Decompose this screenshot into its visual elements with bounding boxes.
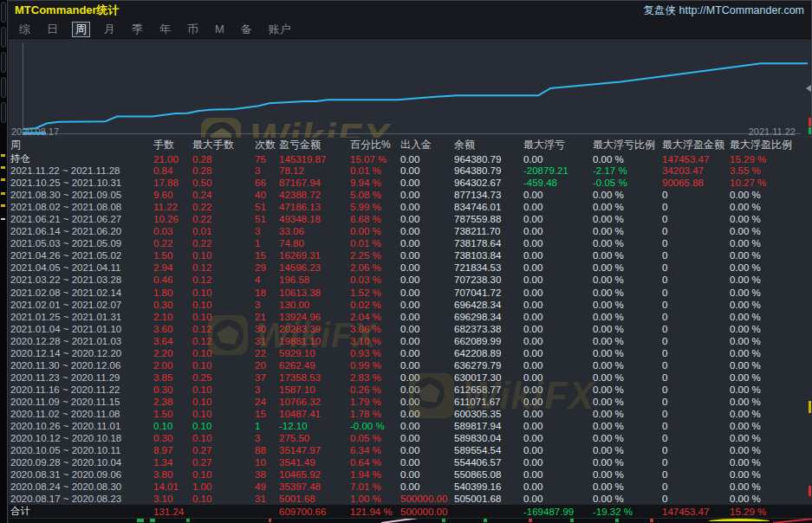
cell-8: 0.00 xyxy=(523,494,593,504)
table-row[interactable]: 持仓21.000.2875145319.8715.07 %0.00964380.… xyxy=(9,152,812,165)
scroll-arrow-icon[interactable] xyxy=(806,85,811,92)
table-row[interactable]: 2020.11.09 ~ 2020.11.152.380.102410766.3… xyxy=(9,396,812,408)
column-header-0[interactable]: 周 xyxy=(10,138,153,152)
cell-2: 0.10 xyxy=(192,287,255,298)
table-row[interactable]: 2020.08.31 ~ 2020.09.063.800.103810465.9… xyxy=(9,468,812,481)
cell-4: 42388.72 xyxy=(279,190,350,200)
menu-item-M[interactable]: M xyxy=(212,23,227,36)
cell-6: 500000.00 xyxy=(400,494,454,504)
brand-link[interactable]: 复盘侠 http://MTCommander.com xyxy=(644,3,804,18)
menu-item-年[interactable]: 年 xyxy=(157,23,173,36)
table-row[interactable]: 2021.06.21 ~ 2021.06.2710.260.225149348.… xyxy=(9,213,812,225)
title-bar[interactable]: MTCommander统计 复盘侠 http://MTCommander.com xyxy=(8,1,811,20)
cell-5: 5.99 % xyxy=(350,202,400,212)
cell-0: 2021.04.26 ~ 2021.05.02 xyxy=(10,250,153,261)
table-row[interactable]: 2021.10.25 ~ 2021.10.3117.880.506687167.… xyxy=(9,177,812,189)
table-row[interactable]: 2020.11.30 ~ 2020.12.062.000.10206262.49… xyxy=(9,359,812,371)
table-row[interactable]: 2021.11.22 ~ 2021.11.280.840.28378.120.0… xyxy=(9,165,812,177)
cell-5: 0.99 % xyxy=(350,360,400,371)
table-row[interactable]: 2021.02.01 ~ 2021.02.070.300.103130.000.… xyxy=(9,299,812,311)
cell-9: -19.32 % xyxy=(593,507,662,517)
cell-1: 3.64 xyxy=(153,336,192,346)
table-row[interactable]: 2020.11.23 ~ 2020.11.293.850.253717358.5… xyxy=(9,371,812,384)
cell-11: 0.00 % xyxy=(730,262,812,273)
edge-mark xyxy=(809,486,811,496)
column-header-5[interactable]: 百分比% xyxy=(350,138,400,152)
column-header-8[interactable]: 最大浮亏 xyxy=(523,138,593,152)
column-header-11[interactable]: 最大浮盈比例 xyxy=(730,138,812,152)
column-header-3[interactable]: 次数 xyxy=(255,138,279,152)
table-row[interactable]: 2021.05.03 ~ 2021.05.090.220.22174.800.0… xyxy=(9,237,812,249)
table-row[interactable]: 2020.08.24 ~ 2020.08.3014.011.004935397.… xyxy=(9,481,812,493)
menu-item-备[interactable]: 备 xyxy=(238,23,255,36)
cell-6: 0.00 xyxy=(400,372,454,383)
cell-3: 3 xyxy=(255,165,279,176)
table-row[interactable]: 2021.03.22 ~ 2021.03.280.460.124196.580.… xyxy=(9,274,812,286)
table-row[interactable]: 2020.09.28 ~ 2020.10.041.340.27103541.49… xyxy=(9,456,812,468)
cell-10: 0 xyxy=(662,433,730,443)
cell-9: 0.00 % xyxy=(593,384,662,395)
menu-item-月[interactable]: 月 xyxy=(101,23,118,36)
table-row[interactable]: 2021.06.14 ~ 2021.06.200.030.01333.060.0… xyxy=(9,225,812,237)
cell-7: 707041.72 xyxy=(454,287,523,298)
menu-item-账户[interactable]: 账户 xyxy=(266,23,294,36)
cell-8: 0.00 xyxy=(523,336,593,346)
background-mark xyxy=(1,178,5,181)
column-header-1[interactable]: 手数 xyxy=(153,138,192,152)
cell-0: 2021.03.22 ~ 2021.03.28 xyxy=(10,274,153,285)
cell-0: 2021.08.02 ~ 2021.08.08 xyxy=(10,202,153,212)
table-row[interactable]: 2021.08.02 ~ 2021.08.0811.220.225147186.… xyxy=(9,201,812,213)
table-row[interactable]: 2021.01.25 ~ 2021.01.312.100.102113924.9… xyxy=(9,311,812,323)
table-row[interactable]: 2020.12.28 ~ 2021.01.033.640.123119881.1… xyxy=(9,335,812,347)
cell-4: 275.50 xyxy=(279,433,350,443)
cell-6: 0.00 xyxy=(400,226,454,236)
cell-10: 0 xyxy=(662,457,730,468)
cell-2: 0.10 xyxy=(192,494,255,504)
cell-6: 500000.00 xyxy=(400,507,454,517)
table-row[interactable]: 2021.01.04 ~ 2021.01.103.600.123020283.3… xyxy=(9,323,812,335)
menu-item-季[interactable]: 季 xyxy=(129,23,146,36)
background-mark xyxy=(1,154,5,157)
column-header-6[interactable]: 出入金 xyxy=(400,138,454,152)
table-row[interactable]: 2020.11.16 ~ 2020.11.220.300.1031587.100… xyxy=(9,384,812,396)
menu-item-日[interactable]: 日 xyxy=(44,23,61,36)
cell-5: 0.00 % xyxy=(350,226,400,236)
cell-4: 609700.66 xyxy=(279,507,350,517)
table-row[interactable]: 2020.08.17 ~ 2020.08.233.100.10315001.68… xyxy=(9,493,812,505)
total-row[interactable]: 合计131.24609700.66121.94 %500000.00-16948… xyxy=(9,505,812,518)
cell-9: 0.00 % xyxy=(593,336,662,346)
table-row[interactable]: 2020.10.12 ~ 2020.10.180.300.103275.500.… xyxy=(9,432,812,444)
cell-9: 0.00 % xyxy=(593,421,662,431)
menu-item-周[interactable]: 周 xyxy=(72,22,90,37)
cell-6: 0.00 xyxy=(400,348,454,358)
cell-5: 0.26 % xyxy=(350,384,400,395)
cell-9: 0.00 % xyxy=(593,348,662,358)
cell-0: 2020.11.02 ~ 2020.11.08 xyxy=(10,409,153,419)
column-header-9[interactable]: 最大浮亏比例 xyxy=(593,138,662,152)
cell-0: 2020.12.14 ~ 2020.12.20 xyxy=(10,348,153,358)
column-header-2[interactable]: 最大手数 xyxy=(192,138,255,152)
cell-4: 10766.32 xyxy=(279,397,350,407)
menu-item-币[interactable]: 币 xyxy=(185,23,201,36)
table-row[interactable]: 2021.04.05 ~ 2021.04.112.940.122914596.2… xyxy=(9,262,812,274)
cell-1: 0.22 xyxy=(153,238,192,249)
cell-8: 0.00 xyxy=(523,214,593,224)
cell-11: 15.29 % xyxy=(730,507,812,517)
cell-10: 0 xyxy=(662,397,730,407)
table-row[interactable]: 2020.10.26 ~ 2020.11.010.100.101-12.10-0… xyxy=(9,420,812,432)
table-row[interactable]: 2021.08.30 ~ 2021.09.059.600.244042388.7… xyxy=(9,189,812,201)
table-row[interactable]: 2020.10.05 ~ 2020.10.118.970.278835147.9… xyxy=(9,444,812,456)
cell-5: -0.00 % xyxy=(350,421,400,431)
cell-11: 0.00 % xyxy=(730,336,812,346)
column-header-4[interactable]: 盈亏金额 xyxy=(279,138,350,152)
column-header-10[interactable]: 最大浮盈金额 xyxy=(662,138,730,152)
column-header-7[interactable]: 余额 xyxy=(454,138,523,152)
cell-6: 0.00 xyxy=(400,469,454,480)
menu-item-综[interactable]: 综 xyxy=(16,23,33,36)
background-widget xyxy=(1,102,6,123)
table-row[interactable]: 2020.12.14 ~ 2020.12.202.200.10225929.10… xyxy=(9,347,812,359)
table-row[interactable]: 2021.02.08 ~ 2021.02.141.800.101810613.3… xyxy=(9,287,812,299)
table-row[interactable]: 2021.04.26 ~ 2021.05.021.500.101516269.3… xyxy=(9,249,812,262)
cell-2: 0.22 xyxy=(192,214,255,224)
table-row[interactable]: 2020.11.02 ~ 2020.11.081.500.101510487.4… xyxy=(9,408,812,420)
